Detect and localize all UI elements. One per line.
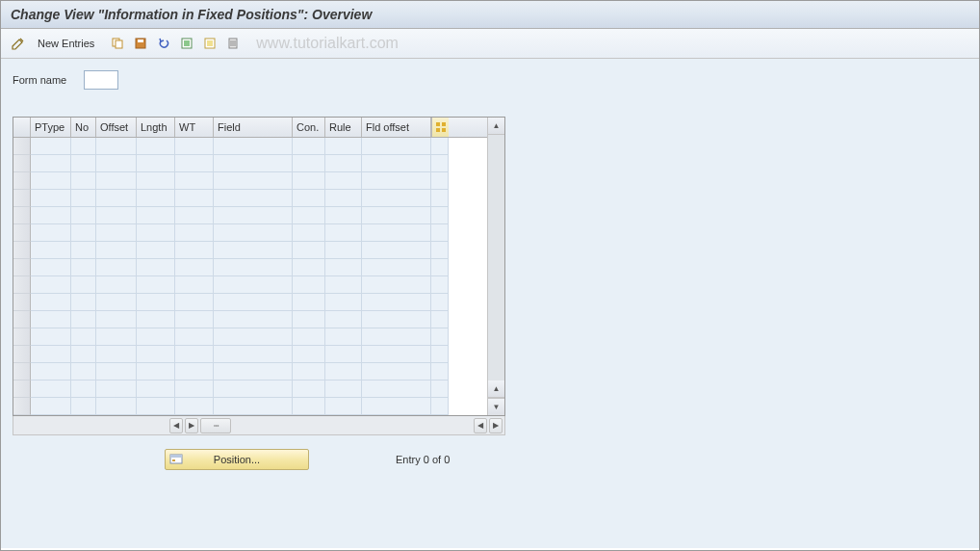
hscroll-right-icon[interactable]: ▶	[489, 418, 503, 433]
table-cell[interactable]	[214, 172, 293, 190]
table-cell[interactable]	[175, 138, 214, 155]
copy-icon[interactable]	[108, 34, 127, 53]
table-cell[interactable]	[325, 224, 362, 242]
table-cell[interactable]	[362, 363, 431, 380]
table-cell[interactable]	[293, 155, 325, 172]
table-cell[interactable]	[293, 224, 325, 242]
table-cell[interactable]	[31, 398, 71, 415]
row-selector[interactable]	[13, 363, 31, 380]
table-cell[interactable]	[137, 242, 175, 259]
table-cell[interactable]	[325, 328, 362, 346]
table-cell[interactable]	[214, 363, 293, 380]
table-cell[interactable]	[175, 242, 214, 259]
table-cell[interactable]	[175, 172, 214, 190]
table-cell[interactable]	[96, 328, 137, 346]
table-cell[interactable]	[71, 294, 96, 311]
row-selector[interactable]	[13, 380, 31, 398]
row-selector[interactable]	[13, 346, 31, 363]
table-cell[interactable]	[137, 190, 175, 207]
table-cell[interactable]	[96, 380, 137, 398]
hscroll-thumb[interactable]: ┅	[200, 418, 231, 433]
row-selector[interactable]	[13, 190, 31, 207]
col-header-fldoffset[interactable]: Fld offset	[362, 118, 431, 137]
table-cell[interactable]	[325, 276, 362, 294]
table-cell[interactable]	[137, 328, 175, 346]
table-cell[interactable]	[293, 138, 325, 155]
table-cell[interactable]	[96, 242, 137, 259]
table-cell[interactable]	[362, 311, 431, 328]
table-cell[interactable]	[175, 398, 214, 415]
table-cell[interactable]	[175, 155, 214, 172]
table-cell[interactable]	[31, 363, 71, 380]
table-cell[interactable]	[325, 155, 362, 172]
table-cell[interactable]	[325, 311, 362, 328]
scroll-down-icon[interactable]: ▼	[488, 398, 504, 415]
table-cell[interactable]	[96, 294, 137, 311]
table-cell[interactable]	[137, 346, 175, 363]
table-cell[interactable]	[96, 138, 137, 155]
table-cell[interactable]	[96, 398, 137, 415]
table-cell[interactable]	[137, 294, 175, 311]
table-cell[interactable]	[214, 242, 293, 259]
horizontal-scrollbar[interactable]: ◀ ▶ ┅ ◀ ▶	[13, 416, 505, 435]
table-cell[interactable]	[175, 328, 214, 346]
table-cell[interactable]	[137, 363, 175, 380]
table-cell[interactable]	[362, 259, 431, 276]
table-cell[interactable]	[325, 259, 362, 276]
table-cell[interactable]	[31, 172, 71, 190]
table-cell[interactable]	[31, 328, 71, 346]
table-cell[interactable]	[362, 224, 431, 242]
table-cell[interactable]	[71, 190, 96, 207]
table-cell[interactable]	[214, 224, 293, 242]
row-selector[interactable]	[13, 242, 31, 259]
position-button[interactable]: Position...	[165, 449, 309, 470]
table-cell[interactable]	[214, 380, 293, 398]
table-cell[interactable]	[31, 259, 71, 276]
table-cell[interactable]	[175, 311, 214, 328]
table-cell[interactable]	[325, 380, 362, 398]
table-cell[interactable]	[293, 242, 325, 259]
table-cell[interactable]	[214, 138, 293, 155]
table-cell[interactable]	[175, 346, 214, 363]
table-cell[interactable]	[362, 138, 431, 155]
table-cell[interactable]	[71, 138, 96, 155]
table-cell[interactable]	[137, 207, 175, 224]
table-cell[interactable]	[71, 224, 96, 242]
row-selector[interactable]	[13, 155, 31, 172]
table-cell[interactable]	[96, 224, 137, 242]
table-cell[interactable]	[71, 311, 96, 328]
table-cell[interactable]	[293, 363, 325, 380]
table-cell[interactable]	[293, 190, 325, 207]
table-cell[interactable]	[325, 294, 362, 311]
table-cell[interactable]	[362, 155, 431, 172]
table-cell[interactable]	[31, 380, 71, 398]
delete-icon[interactable]	[223, 34, 243, 53]
table-cell[interactable]	[137, 276, 175, 294]
row-selector[interactable]	[13, 276, 31, 294]
table-cell[interactable]	[137, 398, 175, 415]
table-cell[interactable]	[31, 346, 71, 363]
table-cell[interactable]	[214, 346, 293, 363]
table-cell[interactable]	[71, 276, 96, 294]
col-header-rule[interactable]: Rule	[325, 118, 362, 137]
col-header-ptype[interactable]: PType	[31, 118, 71, 137]
hscroll-right-inner-icon[interactable]: ▶	[185, 418, 198, 433]
table-cell[interactable]	[31, 207, 71, 224]
table-cell[interactable]	[31, 138, 71, 155]
table-cell[interactable]	[325, 242, 362, 259]
table-cell[interactable]	[362, 328, 431, 346]
table-cell[interactable]	[71, 346, 96, 363]
table-cell[interactable]	[175, 259, 214, 276]
table-cell[interactable]	[137, 259, 175, 276]
table-cell[interactable]	[293, 276, 325, 294]
deselect-all-icon[interactable]	[200, 34, 219, 53]
table-cell[interactable]	[175, 294, 214, 311]
table-cell[interactable]	[214, 328, 293, 346]
table-cell[interactable]	[214, 190, 293, 207]
table-cell[interactable]	[175, 380, 214, 398]
table-cell[interactable]	[214, 207, 293, 224]
table-cell[interactable]	[31, 276, 71, 294]
row-selector[interactable]	[13, 224, 31, 242]
table-cell[interactable]	[214, 294, 293, 311]
table-cell[interactable]	[96, 311, 137, 328]
